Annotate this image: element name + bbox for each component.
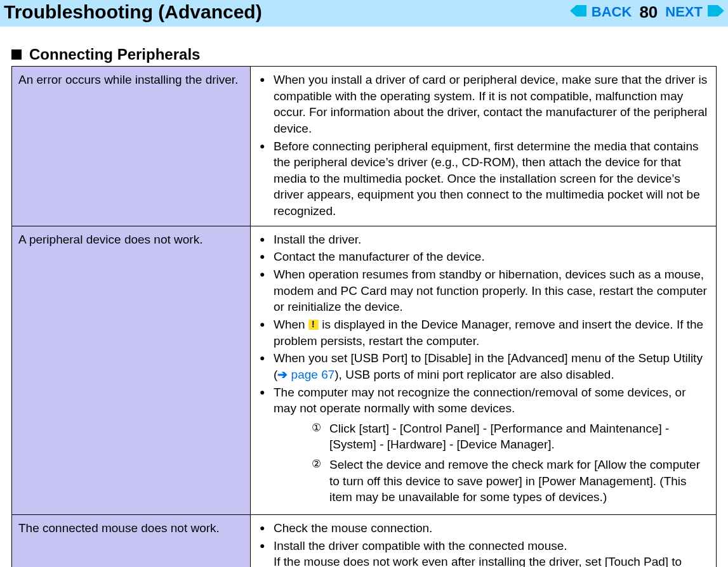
solution-item: When is displayed in the Device Manager,…: [274, 316, 710, 349]
back-arrow-icon[interactable]: [570, 4, 586, 20]
table-row: A peripheral device does not work. Insta…: [12, 226, 717, 514]
solution-item: Install the driver.: [274, 231, 710, 248]
step-text: Click [start] - [Control Panel] - [Perfo…: [329, 422, 669, 452]
solution-item: Install the driver compatible with the c…: [274, 538, 710, 567]
next-button[interactable]: NEXT: [665, 4, 703, 20]
page-nav: BACK 80 NEXT: [570, 3, 724, 22]
warning-icon: [308, 320, 319, 330]
text-fragment: The computer may not recognize the conne…: [274, 386, 686, 415]
solution-cell: Install the driver. Contact the manufact…: [251, 226, 717, 514]
step-number: ①: [312, 421, 321, 436]
next-arrow-icon[interactable]: [708, 4, 724, 20]
svg-marker-1: [708, 5, 724, 16]
link-text: page 67: [291, 368, 335, 381]
text-fragment: When: [274, 318, 308, 331]
solution-item: Check the mouse connection.: [274, 520, 710, 537]
text-fragment: Install the driver compatible with the c…: [274, 539, 682, 567]
svg-marker-0: [570, 5, 586, 16]
troubleshooting-table: An error occurs while installing the dri…: [11, 66, 717, 567]
solution-item: Contact the manufacturer of the device.: [274, 249, 710, 265]
page-link[interactable]: ➔ page 67: [277, 368, 334, 381]
solution-item: Before connecting peripheral equipment, …: [274, 138, 710, 219]
section-heading-text: Connecting Peripherals: [29, 46, 200, 63]
section-heading: Connecting Peripherals: [11, 46, 717, 63]
solution-item: When you install a driver of card or per…: [274, 72, 710, 137]
problem-cell: The connected mouse does not work.: [12, 515, 251, 567]
back-button[interactable]: BACK: [592, 4, 632, 20]
solution-item: When you set [USB Port] to [Disable] in …: [274, 350, 710, 382]
solution-item: The computer may not recognize the conne…: [274, 384, 710, 505]
page-number: 80: [637, 3, 660, 22]
link-arrow-icon: ➔: [277, 368, 288, 381]
table-row: An error occurs while installing the dri…: [12, 67, 717, 226]
square-bullet-icon: [11, 49, 22, 60]
text-fragment: is displayed in the Device Manager, remo…: [274, 318, 703, 348]
step-item: ② Select the device and remove the check…: [312, 457, 710, 505]
solution-cell: Check the mouse connection. Install the …: [251, 515, 717, 567]
solution-item: When operation resumes from standby or h…: [274, 266, 710, 315]
step-item: ① Click [start] - [Control Panel] - [Per…: [312, 420, 710, 453]
page-title: Troubleshooting (Advanced): [4, 1, 262, 23]
text-fragment: ), USB ports of mini port replicator are…: [334, 368, 614, 381]
step-number: ②: [312, 457, 321, 472]
problem-cell: A peripheral device does not work.: [12, 226, 251, 514]
problem-cell: An error occurs while installing the dri…: [12, 67, 251, 226]
table-row: The connected mouse does not work. Check…: [12, 515, 717, 567]
step-text: Select the device and remove the check m…: [329, 458, 700, 504]
page-header: Troubleshooting (Advanced) BACK 80 NEXT: [0, 0, 728, 27]
solution-cell: When you install a driver of card or per…: [251, 67, 717, 226]
